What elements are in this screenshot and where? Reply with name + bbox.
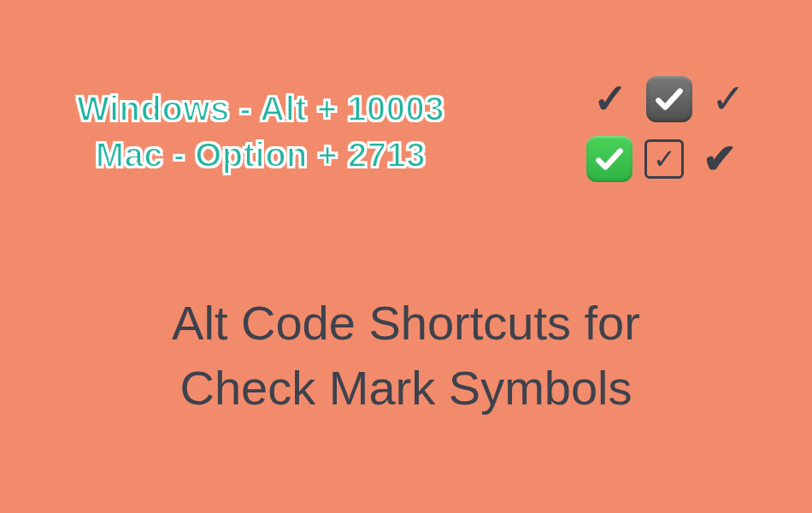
check-mark-gray-box-icon: [646, 76, 692, 122]
check-mark-icon: ✓: [586, 75, 634, 123]
symbol-row-1: ✓ ✓: [586, 75, 752, 123]
windows-shortcut: Windows - Alt + 10003: [77, 86, 444, 132]
heavy-check-mark-icon: ✔: [696, 135, 744, 183]
shortcuts-block: Windows - Alt + 10003 Mac - Option + 271…: [77, 86, 444, 178]
check-mark-green-box-icon: [586, 136, 633, 182]
main-heading: Alt Code Shortcuts for Check Mark Symbol…: [0, 291, 812, 420]
check-mark-dark-icon: ✓: [704, 75, 752, 123]
heading-line-1: Alt Code Shortcuts for: [0, 291, 812, 356]
heading-line-2: Check Mark Symbols: [0, 356, 812, 421]
symbol-row-2: ✓ ✔: [586, 135, 752, 183]
symbols-grid: ✓ ✓ ✓ ✔: [586, 75, 752, 183]
mac-shortcut: Mac - Option + 2713: [77, 132, 444, 178]
ballot-box-check-icon: ✓: [644, 139, 684, 179]
